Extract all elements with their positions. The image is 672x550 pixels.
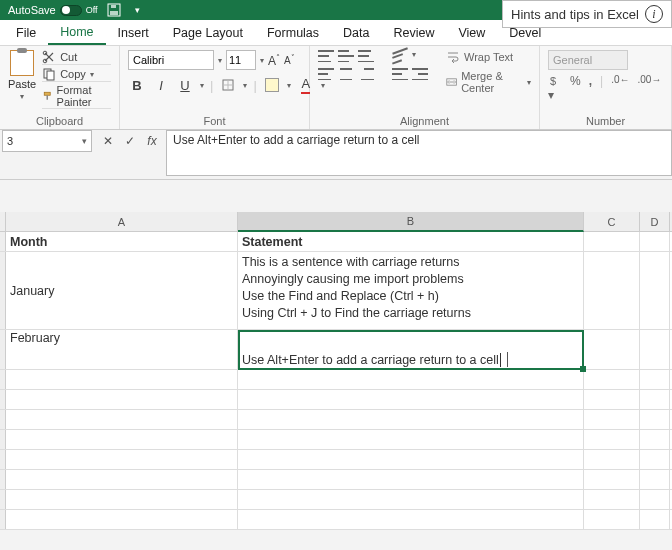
cell[interactable]	[584, 330, 640, 369]
cell[interactable]: January	[6, 252, 238, 329]
underline-button[interactable]: U	[176, 76, 194, 94]
cell-editing[interactable]: Use Alt+Enter to add a carriage return t…	[238, 330, 584, 369]
font-name-select[interactable]	[128, 50, 214, 70]
tab-insert[interactable]: Insert	[106, 20, 161, 45]
cell[interactable]	[584, 510, 640, 529]
save-icon[interactable]	[106, 2, 122, 18]
cell[interactable]	[640, 370, 670, 389]
cell[interactable]	[6, 510, 238, 529]
cell[interactable]	[584, 410, 640, 429]
cell[interactable]	[640, 490, 670, 509]
paste-button[interactable]: Paste ▾	[8, 50, 36, 101]
autosave-toggle[interactable]: AutoSave Off	[8, 4, 98, 16]
tab-view[interactable]: View	[446, 20, 497, 45]
toggle-switch[interactable]	[60, 5, 82, 16]
cell[interactable]	[238, 410, 584, 429]
copy-button[interactable]: Copy ▾	[42, 67, 111, 82]
cell[interactable]	[6, 490, 238, 509]
cell-grid[interactable]: Month Statement January This is a senten…	[0, 232, 672, 530]
column-header-a[interactable]: A	[6, 212, 238, 231]
scissors-icon	[42, 50, 56, 64]
currency-button[interactable]: $▾	[548, 74, 562, 102]
info-icon[interactable]: i	[645, 5, 663, 23]
cell[interactable]: Statement	[238, 232, 584, 251]
cell[interactable]	[640, 430, 670, 449]
cut-button[interactable]: Cut	[42, 50, 111, 65]
cell[interactable]	[6, 370, 238, 389]
cell[interactable]	[238, 510, 584, 529]
cell[interactable]	[584, 390, 640, 409]
cell[interactable]	[584, 470, 640, 489]
cell[interactable]	[640, 330, 670, 369]
cell[interactable]: This is a sentence with carriage returns…	[238, 252, 584, 329]
cell[interactable]	[584, 370, 640, 389]
cell[interactable]	[640, 232, 670, 251]
fill-color-button[interactable]	[263, 76, 281, 94]
formula-input[interactable]: Use Alt+Enter to add a carriage return t…	[166, 130, 672, 176]
tab-home[interactable]: Home	[48, 20, 105, 45]
tab-review[interactable]: Review	[381, 20, 446, 45]
align-right-button[interactable]	[358, 68, 374, 80]
column-header-b[interactable]: B	[238, 212, 584, 232]
fx-icon[interactable]: fx	[142, 131, 162, 151]
align-bottom-button[interactable]	[358, 50, 374, 62]
grow-font-button[interactable]: A˄	[268, 53, 280, 68]
wrap-text-button[interactable]: Wrap Text	[446, 50, 531, 64]
cell[interactable]	[584, 490, 640, 509]
cell[interactable]	[640, 410, 670, 429]
cell[interactable]	[6, 450, 238, 469]
cell[interactable]	[238, 370, 584, 389]
align-top-button[interactable]	[318, 50, 334, 62]
cell[interactable]	[584, 450, 640, 469]
spreadsheet[interactable]: A B C D Month Statement January This is …	[0, 212, 672, 530]
cell[interactable]	[6, 390, 238, 409]
merge-center-button[interactable]: Merge & Center ▾	[446, 70, 531, 94]
confirm-edit-button[interactable]: ✓	[120, 131, 140, 151]
align-left-button[interactable]	[318, 68, 334, 80]
cell[interactable]	[584, 430, 640, 449]
column-header-c[interactable]: C	[584, 212, 640, 231]
cell[interactable]	[6, 430, 238, 449]
decrease-indent-button[interactable]	[392, 68, 408, 80]
increase-indent-button[interactable]	[412, 68, 428, 80]
tab-page-layout[interactable]: Page Layout	[161, 20, 255, 45]
decrease-decimal-button[interactable]: .00→	[637, 74, 661, 102]
tab-data[interactable]: Data	[331, 20, 381, 45]
borders-button[interactable]	[219, 76, 237, 94]
font-color-icon: A	[301, 76, 310, 94]
cell[interactable]	[584, 232, 640, 251]
name-box[interactable]: 3 ▾	[2, 130, 92, 152]
increase-decimal-button[interactable]: .0←	[611, 74, 629, 102]
cell[interactable]	[584, 252, 640, 329]
shrink-font-button[interactable]: A˅	[284, 54, 295, 66]
cell[interactable]	[6, 410, 238, 429]
comma-button[interactable]: ,	[589, 74, 592, 102]
cell[interactable]: Month	[6, 232, 238, 251]
italic-button[interactable]: I	[152, 76, 170, 94]
orientation-button[interactable]	[392, 50, 408, 62]
cell[interactable]	[238, 390, 584, 409]
number-format-select[interactable]	[548, 50, 628, 70]
cell[interactable]	[238, 450, 584, 469]
cell[interactable]	[6, 470, 238, 489]
cell[interactable]	[238, 470, 584, 489]
cell[interactable]	[238, 490, 584, 509]
align-middle-button[interactable]	[338, 50, 354, 62]
percent-button[interactable]: %	[570, 74, 581, 102]
bold-button[interactable]: B	[128, 76, 146, 94]
cell[interactable]	[640, 470, 670, 489]
cell[interactable]	[640, 450, 670, 469]
cell[interactable]	[640, 252, 670, 329]
tab-file[interactable]: File	[4, 20, 48, 45]
cell[interactable]: February	[6, 330, 238, 369]
tab-formulas[interactable]: Formulas	[255, 20, 331, 45]
font-size-select[interactable]	[226, 50, 256, 70]
cell[interactable]	[238, 430, 584, 449]
undo-dropdown-icon[interactable]: ▾	[130, 2, 146, 18]
cancel-edit-button[interactable]: ✕	[98, 131, 118, 151]
column-header-d[interactable]: D	[640, 212, 670, 231]
align-center-button[interactable]	[338, 68, 354, 80]
format-painter-button[interactable]: Format Painter	[42, 84, 111, 109]
cell[interactable]	[640, 390, 670, 409]
cell[interactable]	[640, 510, 670, 529]
